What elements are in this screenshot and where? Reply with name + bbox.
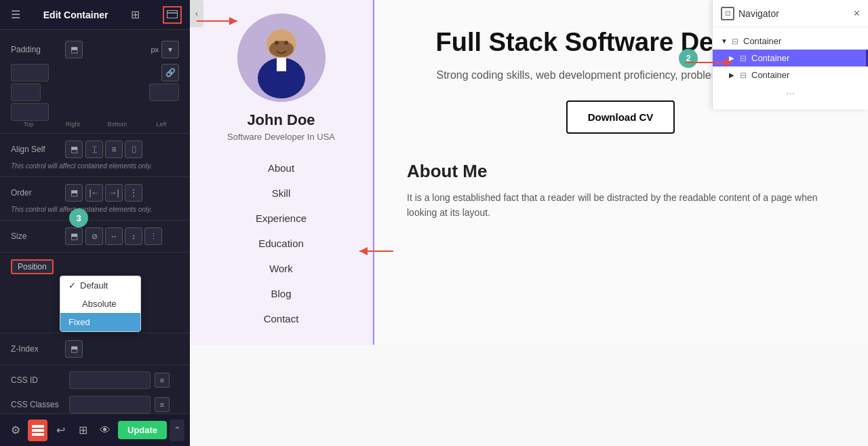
position-fixed-option[interactable]: Fixed [60,313,140,331]
order-more-btn[interactable]: ⋮ [125,184,142,202]
link-icon[interactable]: 🔗 [161,64,179,81]
cssid-section: CSS ID ≡ [0,368,190,392]
size-none-btn[interactable]: ⊘ [85,227,103,245]
align-top-btn[interactable]: ⌶ [85,141,103,158]
cssclasses-list-icon[interactable]: ≡ [155,397,170,412]
cssid-list-icon[interactable]: ≡ [155,373,170,388]
padding-icon: ⬒ [65,41,83,58]
hamburger-icon[interactable]: ☰ [8,5,23,24]
chevron-up-icon[interactable]: ⌃ [170,420,184,441]
left-label: Left [146,121,176,128]
download-cv-button[interactable]: Download CV [566,100,675,134]
order-left-btn[interactable]: |← [85,184,103,202]
size-icon: ⬒ [65,227,83,245]
nav-work[interactable]: Work [197,256,366,281]
container-icon-0: ⊟ [732,37,738,46]
navigator-title: Navigator [738,8,779,19]
navigator-panel: ⊡ Navigator × ▼ ⊟ Container 2 [712,0,868,109]
nav-about[interactable]: About [197,155,366,181]
order-icon: ⬒ [65,184,83,202]
svg-point-8 [269,41,294,57]
padding-label: Padding [11,45,65,54]
tree-caret-2: ▶ [729,71,737,79]
align-self-label: Align Self [11,145,65,154]
history-icon[interactable]: ↩ [50,420,70,441]
position-absolute-option[interactable]: Absolute [60,295,140,313]
position-dropdown: ✓ Default Absolute Fixed [60,276,141,332]
nav-blog[interactable]: Blog [197,281,366,306]
layers-icon[interactable] [28,420,47,441]
svg-rect-10 [277,58,286,71]
padding-label-row: Top Right Bottom Left [11,121,179,128]
bottom-label: Bottom [102,121,132,128]
profile-pic-container [237,14,326,102]
update-button[interactable]: Update [118,421,167,439]
px-unit: px [151,45,159,54]
navigator-close-icon[interactable]: × [854,7,860,20]
about-section: About Me It is a long established fact t… [407,161,834,221]
padding-section: Padding ⬒ px ▾ [0,37,190,62]
panel-body: Padding ⬒ px ▾ 🔗 Top Rig [0,30,190,413]
padding-middle-row [11,83,179,101]
size-expand-btn[interactable]: ↔ [105,227,123,245]
container-icon-top[interactable] [163,6,182,24]
nav-tree-item-0[interactable]: ▼ ⊟ Container [713,33,868,50]
padding-right-input[interactable] [11,83,41,101]
cssid-input[interactable] [69,371,151,389]
cssclasses-label: CSS Classes [11,400,65,409]
cssid-label: CSS ID [11,375,65,385]
padding-top-row: 🔗 [11,64,179,81]
settings-icon[interactable]: ⚙ [5,420,25,441]
svg-point-11 [275,41,279,45]
padding-left-input[interactable] [149,83,179,101]
svg-rect-0 [167,10,178,18]
profile-pic [237,14,326,102]
align-buttons: ⌶ ≡ ⌷ [85,141,142,158]
order-hint: This control will affect contained eleme… [0,206,190,217]
cssclasses-input[interactable] [69,396,151,413]
align-bottom-btn[interactable]: ⌷ [125,141,142,158]
order-section: Order ⬒ |← →| ⋮ [0,180,190,206]
panel-header: ☰ Edit Container ⊞ [0,0,190,30]
nav-menu: About Skill Experience Education Work Bl… [197,155,366,331]
nav-tree-item-1[interactable]: 2 ▶ ⊟ Container [713,50,868,67]
size-section: Size ⬒ ⊘ ↔ ↕ ⋮ [0,223,190,249]
padding-unit-toggle[interactable]: ▾ [161,41,179,58]
zindex-label: Z-Index [11,344,65,354]
checkmark-icon: ✓ [68,280,76,291]
position-default-option[interactable]: ✓ Default [60,276,140,295]
zindex-icon: ⬒ [65,340,83,358]
nav-tree-dots: ··· [713,83,868,104]
nav-experience[interactable]: Experience [197,206,366,231]
position-label[interactable]: Position [11,259,54,274]
svg-rect-4 [32,429,44,432]
size-more-btn[interactable]: ⋮ [144,227,162,245]
nav-education[interactable]: Education [197,231,366,256]
nav-skill[interactable]: Skill [197,181,366,206]
order-label: Order [11,188,65,198]
align-hint: This control will affect contained eleme… [0,162,190,174]
navigator-dock-icon: ⊡ [721,7,734,20]
container-icon-1: ⊟ [740,54,747,63]
nav-contact[interactable]: Contact [197,306,366,331]
person-title: Software Developer In USA [227,132,335,142]
copy-icon[interactable]: ⊞ [73,420,93,441]
collapse-handle[interactable]: ‹ [190,0,203,27]
order-right-btn[interactable]: →| [105,184,123,202]
align-middle-btn[interactable]: ≡ [105,141,123,158]
padding-bottom-input[interactable] [11,103,49,121]
size-buttons: ⊘ ↔ ↕ ⋮ [85,227,162,245]
svg-rect-5 [32,433,44,436]
cssclasses-section: CSS Classes ≡ [0,392,190,413]
nav-tree-item-2[interactable]: ▶ ⊟ Container [713,67,868,83]
grid-icon[interactable]: ⊞ [128,5,142,24]
align-self-icon: ⬒ [65,141,83,158]
padding-top-input[interactable] [11,64,49,81]
size-shrink-btn[interactable]: ↕ [125,227,142,245]
right-label: Right [58,121,87,128]
tree-label-0: Container [743,36,781,46]
eye-icon[interactable]: 👁 [96,420,115,441]
padding-bottom-row [11,103,179,121]
tree-label-2: Container [751,70,789,80]
align-self-section: Align Self ⬒ ⌶ ≡ ⌷ [0,136,190,162]
